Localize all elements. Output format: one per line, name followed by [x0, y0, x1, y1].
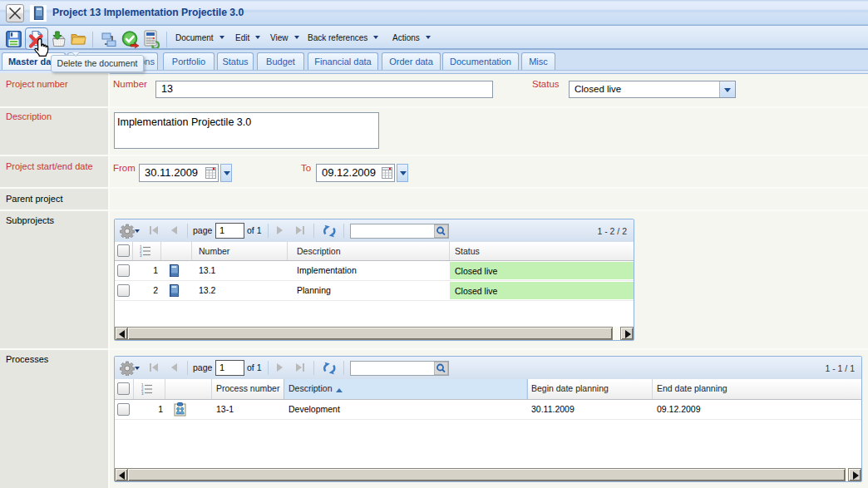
svg-text:3: 3 [141, 392, 144, 395]
svg-text:3: 3 [140, 254, 142, 257]
